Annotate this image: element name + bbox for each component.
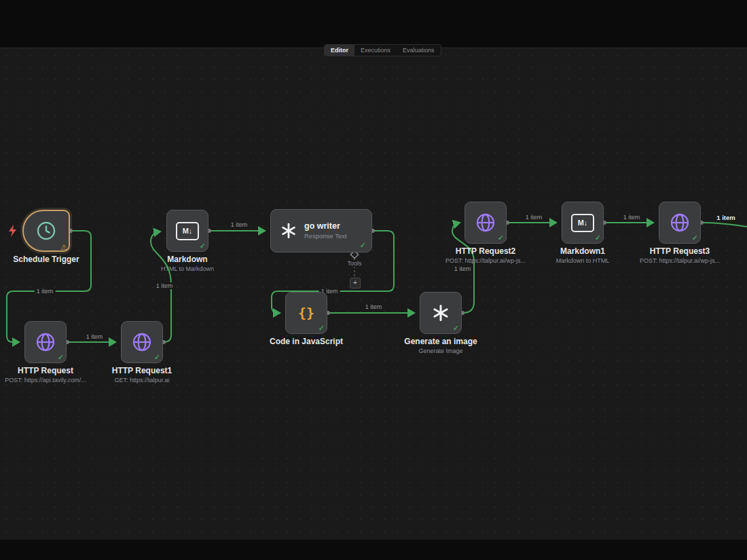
node-title: Generate an image <box>366 337 515 346</box>
clock-icon <box>35 220 57 242</box>
node-subtitle: HTML to Markdown <box>106 265 269 272</box>
globe-icon <box>131 331 153 353</box>
globe-icon <box>475 212 496 234</box>
node-http-request2[interactable]: ✓ HTTP Request2 POST: https://talpur.ai/… <box>464 202 507 244</box>
openai-logo-icon <box>431 303 450 322</box>
connection-label: 1 item <box>154 282 175 289</box>
node-generate-an-image[interactable]: ✓ Generate an image Generate Image <box>420 292 462 334</box>
tab-executions[interactable]: Executions <box>354 45 397 56</box>
workflow-canvas[interactable]: 1 item 1 item 1 item 1 item 1 item 1 ite… <box>0 0 747 560</box>
connection-label: 1 item <box>524 214 545 221</box>
tools-connector-label: Tools <box>345 260 363 267</box>
connection-label: 1 item <box>452 265 473 272</box>
node-http-request3[interactable]: ✓ HTTP Request3 POST: https://talpur.ai/… <box>659 202 701 244</box>
add-tool-button[interactable]: + <box>350 278 361 288</box>
node-markdown[interactable]: M↓ ✓ Markdown HTML to Markdown <box>166 210 208 252</box>
node-http-request1[interactable]: ✓ HTTP Request1 GET: https://talpur.ai <box>121 321 163 363</box>
top-bar <box>0 0 747 48</box>
connection-label: 1 item <box>363 303 384 310</box>
connection-label: 1 item <box>714 214 737 221</box>
node-go-writer[interactable]: go writer Response Text ✓ <box>270 209 372 253</box>
n8n-workflow-editor: 1 item 1 item 1 item 1 item 1 item 1 ite… <box>0 0 747 560</box>
code-braces-icon: {} <box>298 305 314 321</box>
connection-wires <box>0 0 747 560</box>
success-check-icon: ✓ <box>692 234 698 242</box>
node-http-request[interactable]: ✓ HTTP Request POST: https://api.tavily.… <box>24 321 67 363</box>
bottom-bar <box>0 540 747 560</box>
success-check-icon: ✓ <box>154 353 160 362</box>
node-title: HTTP Request3 <box>605 246 747 256</box>
node-schedule-trigger[interactable]: ⚠ Schedule Trigger <box>22 210 70 252</box>
connection-label: 1 item <box>229 221 250 228</box>
success-check-icon: ✓ <box>595 234 601 242</box>
node-title: HTTP Request1 <box>67 366 217 375</box>
lightning-icon <box>9 225 16 237</box>
markdown-icon: M↓ <box>571 214 594 232</box>
connection-label: 1 item <box>621 214 642 221</box>
tab-evaluations[interactable]: Evaluations <box>397 45 441 56</box>
node-title: Schedule Trigger <box>0 255 121 264</box>
node-subtitle: GET: https://talpur.ai <box>60 377 223 384</box>
success-check-icon: ✓ <box>360 241 366 250</box>
tab-editor[interactable]: Editor <box>325 45 354 56</box>
success-check-icon: ✓ <box>498 234 504 242</box>
success-check-icon: ✓ <box>453 324 459 333</box>
node-subtitle: Generate Image <box>359 348 522 354</box>
globe-icon <box>669 212 691 234</box>
globe-icon <box>35 331 56 353</box>
node-title: Markdown <box>113 255 262 264</box>
success-check-icon: ✓ <box>58 353 64 362</box>
node-title: Code in JavaScript <box>232 337 381 346</box>
node-title: go writer <box>304 221 347 232</box>
node-code-in-javascript[interactable]: {} ✓ Code in JavaScript <box>285 292 327 334</box>
connection-label: 1 item <box>84 333 105 340</box>
node-subtitle: POST: https://talpur.ai/wp-js... <box>598 257 747 264</box>
node-markdown1[interactable]: M↓ ✓ Markdown1 Markdown to HTML <box>562 202 604 244</box>
node-subtitle: Response Text <box>304 232 347 240</box>
success-check-icon: ✓ <box>200 242 206 250</box>
connection-label: 1 item <box>35 288 56 295</box>
warning-icon: ⚠ <box>60 243 67 252</box>
openai-logo-icon <box>280 222 297 240</box>
markdown-icon: M↓ <box>176 222 199 240</box>
view-tabs: Editor Executions Evaluations <box>324 44 441 56</box>
success-check-icon: ✓ <box>318 324 325 333</box>
